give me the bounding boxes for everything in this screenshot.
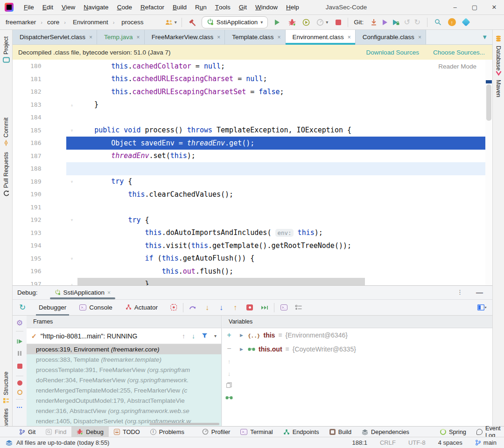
menu-navigate[interactable]: Navigate bbox=[79, 0, 112, 15]
menu-refactor[interactable]: Refactor bbox=[136, 0, 168, 15]
file-encoding[interactable]: UTF-8 bbox=[408, 439, 426, 446]
sidebar-item-commit[interactable]: Commit bbox=[0, 117, 12, 147]
drop-frame-icon[interactable] bbox=[244, 302, 255, 313]
frame-row[interactable]: renderMergedTemplateModel:255, FreeMarke… bbox=[27, 385, 221, 395]
line-number[interactable]: 190 bbox=[13, 188, 66, 201]
thread-selector[interactable]: ✓ "http-nio-8081...main": RUNNING ↑ ↓ ▾ bbox=[27, 328, 221, 344]
view-breakpoints-icon[interactable] bbox=[17, 380, 22, 386]
pause-program-icon[interactable] bbox=[18, 351, 21, 356]
mute-breakpoints-toggle-icon[interactable] bbox=[17, 390, 22, 395]
line-number[interactable]: 192 bbox=[13, 214, 66, 227]
remove-watch-icon[interactable]: − bbox=[227, 345, 231, 353]
sidebar-item-pull-requests[interactable]: Pull Requests bbox=[0, 152, 12, 198]
tab-close-icon[interactable]: × bbox=[217, 34, 220, 41]
prev-frame-icon[interactable]: ↑ bbox=[182, 332, 185, 340]
line-number[interactable]: 180 bbox=[13, 60, 66, 73]
code-line[interactable]: 191 bbox=[13, 201, 492, 214]
menu-build[interactable]: Build bbox=[168, 0, 191, 15]
close-session-icon[interactable]: × bbox=[107, 289, 111, 296]
tab-close-icon[interactable]: × bbox=[137, 34, 140, 41]
status-message[interactable]: All files are up-to-date (today 8:55) bbox=[16, 439, 109, 446]
stop-button[interactable] bbox=[333, 17, 344, 28]
step-into-icon[interactable]: ↓ bbox=[202, 304, 212, 311]
line-number[interactable]: 193 bbox=[13, 227, 66, 240]
line-number[interactable]: 185 bbox=[13, 124, 66, 137]
line-number[interactable]: 184 bbox=[13, 111, 66, 124]
sidebar-item-structure[interactable]: Structure bbox=[0, 372, 12, 405]
toolwindow-button-event-log[interactable]: Event Log bbox=[471, 427, 504, 437]
fold-marker-icon[interactable]: ▿ bbox=[66, 214, 77, 227]
tab-close-icon[interactable]: × bbox=[348, 34, 351, 41]
code-line[interactable]: 184 bbox=[13, 111, 492, 124]
code-line[interactable]: 196 this.out.flush(); bbox=[13, 265, 492, 278]
history-icon[interactable]: ↻ bbox=[412, 19, 422, 26]
force-step-into-icon[interactable]: ↓ bbox=[216, 304, 226, 311]
editor-tab[interactable]: Environment.class× bbox=[286, 30, 356, 44]
toolwindow-button-terminal[interactable]: >_Terminal bbox=[235, 427, 278, 437]
code-line[interactable]: 187 threadEnv.set(this); bbox=[13, 150, 492, 163]
tab-close-icon[interactable]: × bbox=[89, 34, 92, 41]
toolwindow-button-todo[interactable]: TODO bbox=[109, 427, 145, 437]
code-line[interactable]: 182 this.cachedURLEscapingCharsetSet = f… bbox=[13, 85, 492, 98]
more-actions-icon[interactable]: ⋯ bbox=[16, 404, 23, 411]
stop-process-icon[interactable] bbox=[17, 364, 22, 369]
editor-tab[interactable]: Configurable.class× bbox=[356, 30, 426, 44]
toolwindow-button-endpoints[interactable]: Endpoints bbox=[278, 427, 324, 437]
expand-chevron-icon[interactable]: ▶ bbox=[240, 333, 245, 338]
sidebar-item-database[interactable]: Database bbox=[493, 35, 504, 71]
hide-panel-icon[interactable]: — bbox=[476, 289, 483, 296]
move-watch-up-icon[interactable]: ↑ bbox=[228, 358, 231, 365]
menu-edit[interactable]: Edit bbox=[38, 0, 57, 15]
code-line[interactable]: 180 this.cachedCollator = null; bbox=[13, 60, 492, 73]
settings-list-icon[interactable] bbox=[293, 302, 304, 313]
debug-tab-actuator[interactable]: Actuator bbox=[123, 299, 161, 316]
toolwindow-button-dependencies[interactable]: Dependencies bbox=[357, 427, 414, 437]
tab-close-icon[interactable]: × bbox=[277, 34, 280, 41]
line-number[interactable]: 191 bbox=[13, 201, 66, 214]
frame-row[interactable]: renderMergedOutputModel:179, AbstractTem… bbox=[27, 395, 221, 406]
breadcrumb-item[interactable]: freemarker bbox=[6, 19, 36, 26]
menu-code[interactable]: Code bbox=[113, 0, 136, 15]
layout-settings-icon[interactable]: ▾ bbox=[476, 302, 488, 313]
toolwindow-button-git[interactable]: Git bbox=[14, 427, 41, 437]
show-watches-glasses-icon[interactable] bbox=[225, 394, 233, 401]
frame-row[interactable]: process:319, Environment(freemarker.core… bbox=[27, 344, 221, 354]
menu-view[interactable]: View bbox=[57, 0, 79, 15]
code-line[interactable]: 195▿ if (this.getAutoFlush()) { bbox=[13, 252, 492, 265]
next-frame-icon[interactable]: ↓ bbox=[192, 332, 195, 340]
breadcrumb-item[interactable]: Environment bbox=[73, 19, 108, 26]
resume-program-icon[interactable] bbox=[14, 336, 25, 347]
toolwindow-button-problems[interactable]: !Problems bbox=[145, 427, 189, 437]
ide-update-icon[interactable]: ↑ bbox=[446, 17, 457, 28]
sidebar-item-maven[interactable]: Maven bbox=[493, 71, 504, 97]
rerun-icon[interactable]: ↻ bbox=[17, 303, 28, 311]
move-watch-down-icon[interactable]: ↓ bbox=[228, 370, 231, 377]
code-line[interactable]: 183▵ } bbox=[13, 98, 492, 111]
fold-marker-icon[interactable]: ▿ bbox=[66, 252, 77, 265]
sidebar-item-project[interactable]: Project bbox=[0, 36, 12, 64]
breadcrumb-item[interactable]: core bbox=[47, 19, 59, 26]
frame-row[interactable]: processTemplate:391, FreeMarkerView(org.… bbox=[27, 365, 221, 375]
editor-tab[interactable]: DispatcherServlet.class× bbox=[13, 30, 97, 44]
editor-tab[interactable]: FreeMarkerView.class× bbox=[145, 30, 225, 44]
line-number[interactable]: 182 bbox=[13, 85, 66, 98]
code-line[interactable]: 189▿ try { bbox=[13, 175, 492, 188]
fold-marker-icon[interactable]: ▵ bbox=[66, 98, 77, 111]
code-line[interactable]: 188 bbox=[13, 162, 492, 175]
run-button[interactable] bbox=[272, 17, 283, 28]
frame-row[interactable]: doRender:304, FreeMarkerView(org.springf… bbox=[27, 375, 221, 385]
code-line[interactable]: 186 Object savedEnv = threadEnv.get(); bbox=[13, 137, 492, 150]
build-hammer-icon[interactable] bbox=[187, 17, 198, 28]
hidden-tabs-chevron-icon[interactable]: ▼ bbox=[482, 30, 492, 44]
close-button[interactable]: ✕ bbox=[484, 0, 504, 15]
code-line[interactable]: 193 this.doAutoImportsAndIncludes( env: … bbox=[13, 227, 492, 240]
thread-dropdown-icon[interactable]: ▾ bbox=[214, 333, 217, 338]
frame-row[interactable]: render:316, AbstractView(org.springframe… bbox=[27, 406, 221, 416]
variable-row[interactable]: ▶this.out={CoyoteWriter@6335} bbox=[236, 342, 492, 356]
run-configuration-select[interactable]: SstiApplication ▾ bbox=[202, 16, 268, 28]
fold-marker-icon[interactable]: ▿ bbox=[66, 175, 77, 188]
filter-frames-icon[interactable] bbox=[202, 332, 208, 340]
tab-close-icon[interactable]: × bbox=[418, 34, 421, 41]
line-separator[interactable]: CRLF bbox=[380, 439, 396, 446]
code-line[interactable]: 181 this.cachedURLEscapingCharset = null… bbox=[13, 73, 492, 86]
